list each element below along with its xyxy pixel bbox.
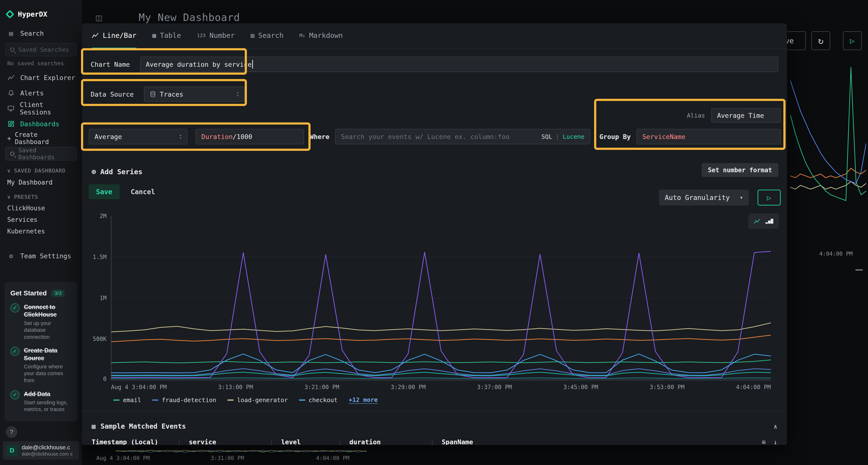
legend-item[interactable]: email — [113, 397, 141, 404]
legend-item[interactable]: load-generator — [227, 397, 288, 404]
save-button[interactable]: Save — [89, 184, 120, 199]
sidebar-item-services[interactable]: Services — [0, 214, 82, 226]
sidebar-item-alerts[interactable]: Alerts — [0, 85, 82, 101]
help-button[interactable]: ? — [6, 426, 18, 438]
monitor-icon — [7, 105, 15, 112]
sidebar-item-kubernetes[interactable]: Kubernetes — [0, 226, 82, 237]
where-search-input[interactable]: Search your events w/ Lucene ex. column:… — [335, 129, 590, 144]
download-icon[interactable]: ↓ — [774, 438, 777, 445]
user-email: dale@clickhouse.c — [22, 444, 72, 451]
chevron-down-icon: ∨ — [7, 168, 10, 174]
column-header[interactable]: service — [189, 438, 268, 445]
plus-circle-icon: ⊕ — [92, 167, 96, 176]
column-header[interactable]: SpanName — [442, 438, 473, 445]
section-label: SAVED DASHBOARD — [14, 168, 66, 174]
tab-table[interactable]: ▦ Table — [152, 23, 181, 49]
user-menu[interactable]: D dale@clickhouse.c dale@clickhouse.com … — [3, 441, 79, 460]
filter-icon[interactable]: ≡ — [762, 438, 766, 445]
sidebar-spacer — [0, 264, 82, 277]
saved-dashboards-placeholder: Saved Dashboards — [18, 147, 72, 161]
lucene-option[interactable]: Lucene — [563, 133, 585, 140]
chart-name-value: Average duration by service — [146, 61, 252, 68]
sample-matched-events-label: Sample Matched Events — [100, 422, 186, 430]
data-source-select[interactable]: Traces ▴▾ — [144, 87, 245, 102]
aggregation-select[interactable]: Average ▴▾ — [89, 129, 187, 144]
data-source-label: Data Source — [91, 91, 134, 98]
legend-swatch — [152, 399, 158, 401]
legend-more-link[interactable]: +12 more — [349, 396, 378, 404]
query-language-toggle[interactable]: SQL | Lucene — [541, 133, 585, 140]
legend-label: load-generator — [237, 397, 288, 404]
alias-input[interactable]: Average Time — [711, 108, 781, 123]
sidebar-item-chart-explorer[interactable]: Chart Explorer — [0, 70, 82, 85]
column-header[interactable]: duration — [349, 438, 429, 445]
line-style-icon[interactable] — [754, 218, 761, 225]
database-icon — [150, 91, 156, 97]
cancel-button[interactable]: Cancel — [131, 188, 155, 196]
line-chart — [111, 216, 771, 380]
saved-searches-placeholder: Saved Searches — [18, 46, 69, 53]
toggle-separator: | — [556, 133, 559, 140]
sidebar-item-clickhouse[interactable]: ClickHouse — [0, 202, 82, 214]
x-axis-tick: 4:04:00 PM — [736, 384, 771, 391]
saved-dashboards-input[interactable]: Saved Dashboards — [5, 147, 77, 161]
tab-search[interactable]: ▤ Search — [251, 23, 283, 49]
logo[interactable]: HyperDX — [0, 0, 82, 26]
line-chart-icon — [92, 32, 99, 39]
line-chart-canvas — [112, 216, 771, 380]
tab-number[interactable]: 123 Number — [197, 23, 235, 49]
run-button[interactable]: ▷ — [843, 31, 862, 50]
sidebar-item-label: Dashboards — [20, 120, 60, 128]
line-chart-icon — [7, 74, 16, 81]
tab-label: Search — [258, 31, 283, 39]
sidebar-item-team-settings[interactable]: ⚙ Team Settings — [0, 248, 82, 264]
screen: ◫ My New Dashboard Save ↻ ▷ 4:04:00 PM A… — [0, 0, 868, 465]
saved-searches-input[interactable]: Saved Searches — [5, 43, 77, 56]
section-presets[interactable]: ∨ PRESETS — [0, 189, 82, 202]
chart-name-input[interactable]: Average duration by service — [140, 57, 778, 72]
sidebar-collapse-icon[interactable]: ◫ — [96, 12, 102, 23]
get-started-item-datasource[interactable]: ✓ Create Data Source Configure where you… — [10, 347, 72, 384]
legend-item[interactable]: checkout — [299, 397, 338, 404]
where-label: Where — [310, 133, 329, 140]
y-axis-tick: 2M — [82, 213, 106, 220]
bar-style-icon[interactable]: ▂▅█ — [765, 219, 774, 224]
group-by-input[interactable]: ServiceName — [637, 129, 781, 144]
sidebar-item-client-sessions[interactable]: Client Sessions — [0, 101, 82, 116]
background-x-tick: 4:04:00 PM — [316, 455, 349, 461]
sql-option[interactable]: SQL — [541, 133, 552, 140]
text-cursor — [252, 60, 253, 69]
granularity-select[interactable]: Auto Granularity ▾ — [659, 190, 749, 205]
add-series-button[interactable]: ⊕ Add Series — [92, 167, 143, 176]
get-started-item-connect[interactable]: ✓ Connect to ClickHouse Set up your data… — [10, 303, 72, 340]
refresh-button[interactable]: ↻ — [811, 31, 830, 50]
sidebar-item-search[interactable]: ▤ Search — [0, 26, 82, 41]
get-started-card: Get Started 3/3 ✓ Connect to ClickHouse … — [5, 283, 77, 421]
create-dashboard-button[interactable]: + Create Dashboard — [0, 132, 82, 145]
tab-label: Table — [160, 31, 181, 39]
set-number-format-button[interactable]: Set number format — [702, 163, 778, 177]
select-chevrons-icon: ▴▾ — [179, 133, 182, 140]
play-icon: ▷ — [767, 194, 771, 202]
sample-matched-events-header[interactable]: ▦ Sample Matched Events ∧ — [92, 422, 777, 430]
column-separator: ⋮ — [176, 438, 183, 445]
chart-style-toggle: ▂▅█ — [748, 213, 779, 229]
column-header[interactable]: Timestamp (Local) — [92, 438, 176, 445]
tab-label: Line/Bar — [103, 31, 136, 39]
sidebar-item-my-dashboard[interactable]: My Dashboard — [0, 176, 82, 189]
sidebar-item-label: Search — [20, 30, 44, 37]
alias-label: Alias — [687, 112, 705, 119]
run-query-button[interactable]: ▷ — [757, 190, 781, 205]
get-started-item-title: Create Data Source — [24, 347, 57, 361]
legend-item[interactable]: fraud-detection — [152, 397, 216, 404]
sidebar-item-dashboards[interactable]: Dashboards — [0, 116, 82, 132]
tab-line-bar[interactable]: Line/Bar — [92, 23, 136, 49]
get-started-item-add-data[interactable]: ✓ Add Data Start sending logs, metrics, … — [10, 390, 72, 413]
field-expression-value: Duration — [201, 133, 233, 140]
section-saved-dashboards[interactable]: ∨ SAVED DASHBOARD — [0, 162, 82, 176]
chevron-up-icon[interactable]: ∧ — [774, 423, 777, 430]
group-by-label: Group By — [599, 133, 631, 140]
tab-markdown[interactable]: M↓ Markdown — [300, 23, 343, 49]
field-expression-input[interactable]: Duration /1000 — [195, 129, 304, 144]
column-header[interactable]: level — [281, 438, 337, 445]
